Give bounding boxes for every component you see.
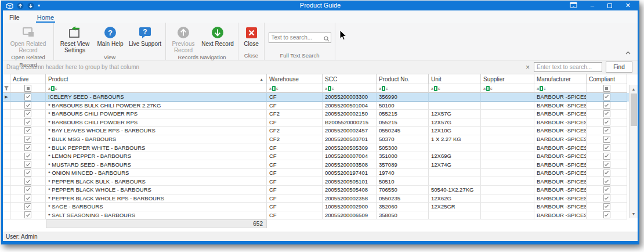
cell-product-no[interactable]: 50100 — [377, 102, 429, 110]
cell-product[interactable]: * SAGE - BARBOURS — [46, 203, 267, 211]
cell-active[interactable] — [10, 203, 46, 211]
cell-manufacturer[interactable]: BARBOUR -SPICES PR... — [534, 160, 587, 169]
cell-supplier[interactable] — [481, 160, 534, 169]
cell-warehouse[interactable]: CF — [267, 195, 323, 203]
close-button[interactable]: Close — [240, 24, 262, 47]
cell-product[interactable]: * MUSTARD SEED - BARBOURS — [46, 160, 267, 169]
cell-warehouse[interactable]: CF — [267, 152, 323, 161]
cell-active[interactable] — [10, 110, 46, 118]
active-checkbox[interactable] — [24, 110, 31, 117]
cell-manufacturer[interactable]: BARBOUR -SPICES PR... — [534, 177, 587, 186]
compliant-checkbox[interactable] — [603, 136, 610, 143]
cell-product-no[interactable]: 357089 — [377, 160, 429, 169]
qat-next-record-button[interactable] — [27, 2, 34, 9]
active-checkbox[interactable] — [24, 136, 31, 143]
active-checkbox[interactable] — [24, 118, 31, 125]
cell-active[interactable] — [10, 186, 46, 195]
cell-product[interactable]: * BARBOURS BULK CHILI POWDER 2.27KG — [46, 102, 267, 110]
cell-warehouse[interactable]: CF — [267, 102, 323, 110]
filter-scc[interactable]: ac — [323, 84, 377, 93]
table-row[interactable]: * BARBOURS CHILI POWDER RPSCF22005520000… — [3, 110, 638, 118]
cell-supplier[interactable] — [481, 110, 534, 118]
cell-scc[interactable]: 10055200007004 — [323, 152, 377, 161]
cell-scc[interactable]: 20055200505408 — [323, 186, 377, 195]
cell-active[interactable] — [10, 143, 46, 152]
cell-manufacturer[interactable]: BARBOUR -SPICES PR... — [534, 169, 587, 178]
cell-compliant[interactable] — [587, 195, 627, 203]
cell-warehouse[interactable]: CF — [267, 118, 323, 127]
table-row[interactable]: * SAGE - BARBOURSCF100552000029003520601… — [3, 203, 638, 211]
cell-supplier[interactable] — [481, 118, 534, 127]
scrollbar-thumb[interactable] — [631, 93, 637, 126]
cell-manufacturer[interactable]: BARBOUR -SPICES PR... — [534, 93, 587, 102]
table-row[interactable]: * LEMON PEPPER - BARBOURSCF1005520000700… — [3, 152, 638, 161]
cell-unit[interactable] — [429, 169, 481, 178]
filter-unit[interactable]: ac — [429, 84, 481, 93]
cell-compliant[interactable] — [587, 152, 627, 161]
table-row[interactable]: * BARBOURS BULK CHILI POWDER 2.27KGCF200… — [3, 102, 638, 110]
cell-unit[interactable] — [429, 143, 481, 152]
compliant-checkbox[interactable] — [603, 118, 610, 125]
cell-product-no[interactable]: 356990 — [377, 93, 429, 102]
filter-supplier[interactable]: ac — [481, 84, 534, 93]
cell-warehouse[interactable]: CF2 — [267, 135, 323, 144]
cell-product-no[interactable]: 351000 — [377, 152, 429, 161]
cell-supplier[interactable] — [481, 102, 534, 110]
cell-product[interactable]: * PEPPER BLACK WHOLE RPS - BARBOURS — [46, 195, 267, 203]
cell-compliant[interactable] — [587, 143, 627, 152]
cell-supplier[interactable] — [481, 152, 534, 161]
cell-manufacturer[interactable]: BARBOUR -SPICES PR... — [534, 127, 587, 135]
compliant-checkbox[interactable] — [603, 144, 610, 151]
cell-unit[interactable]: 12X57G — [429, 110, 481, 118]
find-button[interactable]: Find — [606, 62, 632, 73]
cell-unit[interactable]: 12X57G — [429, 118, 481, 127]
active-checkbox[interactable] — [24, 203, 31, 210]
cell-supplier[interactable] — [481, 143, 534, 152]
active-checkbox[interactable] — [24, 102, 31, 109]
table-row[interactable]: * MUSTARD SEED - BARBOURSCF2005520000350… — [3, 160, 638, 169]
previous-record-button[interactable]: Previous Record — [168, 24, 199, 53]
full-text-search-input[interactable] — [269, 33, 331, 43]
active-checkbox[interactable] — [24, 93, 31, 100]
table-row[interactable]: * PEPPER BLACK BULK - BARBOURSCF20055200… — [3, 177, 638, 186]
compliant-filter-checkbox[interactable] — [603, 85, 610, 92]
cell-active[interactable] — [10, 118, 46, 127]
cell-supplier[interactable] — [481, 203, 534, 211]
active-checkbox[interactable] — [24, 178, 31, 185]
cell-product-no[interactable]: 706550 — [377, 186, 429, 195]
active-checkbox[interactable] — [24, 170, 31, 177]
cell-product-no[interactable]: 055215 — [377, 110, 429, 118]
cell-manufacturer[interactable]: BARBOUR -SPICES PR... — [534, 186, 587, 195]
compliant-checkbox[interactable] — [603, 93, 610, 100]
cell-manufacturer[interactable]: BARBOUR -SPICES PR... — [534, 102, 587, 110]
cell-unit[interactable] — [429, 211, 481, 220]
active-checkbox[interactable] — [24, 195, 31, 201]
collapse-ribbon-icon[interactable] — [625, 46, 631, 57]
cell-product-no[interactable]: 0550245 — [377, 127, 429, 135]
cell-unit[interactable] — [429, 102, 481, 110]
cell-product[interactable]: * BAY LEAVES WHOLE RPS - BARBOURS — [46, 127, 267, 135]
cell-product-no[interactable]: 50370 — [377, 135, 429, 144]
minimize-button[interactable]: – — [591, 1, 594, 10]
cell-scc[interactable]: 20055200003508 — [323, 160, 377, 169]
cell-scc[interactable]: 20055200002457 — [323, 127, 377, 135]
cell-manufacturer[interactable]: BARBOUR -SPICES PR... — [534, 110, 587, 118]
cell-warehouse[interactable]: CF — [267, 177, 323, 186]
active-checkbox[interactable] — [24, 161, 31, 168]
cell-product-no[interactable]: 352060 — [377, 203, 429, 211]
column-header-warehouse[interactable]: Warehouse — [267, 74, 323, 84]
cell-scc[interactable]: 20055200002358 — [323, 195, 377, 203]
cell-product[interactable]: * SALT SEASONING - BARBOURS — [46, 211, 267, 220]
cell-active[interactable] — [10, 93, 46, 102]
active-checkbox[interactable] — [24, 144, 31, 151]
compliant-checkbox[interactable] — [603, 153, 610, 160]
compliant-checkbox[interactable] — [603, 102, 610, 109]
cell-compliant[interactable] — [587, 177, 627, 186]
cell-warehouse[interactable]: CF — [267, 160, 323, 169]
active-checkbox[interactable] — [24, 127, 31, 134]
cell-warehouse[interactable]: CF — [267, 93, 323, 102]
filter-warehouse[interactable]: ac — [267, 84, 323, 93]
cell-manufacturer[interactable]: BARBOUR -SPICES PR... — [534, 118, 587, 127]
cell-unit[interactable]: 12X69G — [429, 152, 481, 161]
compliant-checkbox[interactable] — [603, 211, 610, 218]
